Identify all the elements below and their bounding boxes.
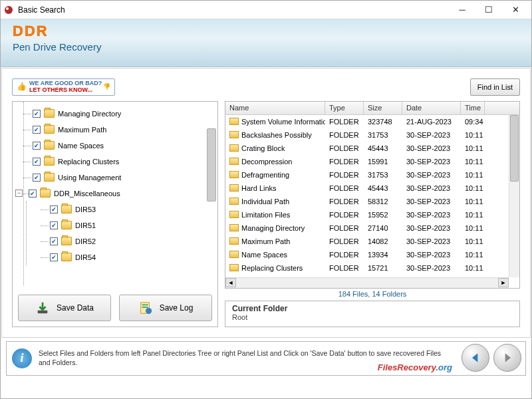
tree-item[interactable]: ✔DIR52 <box>50 233 217 249</box>
checkbox-icon[interactable]: ✔ <box>33 174 41 182</box>
checkbox-icon[interactable]: ✔ <box>50 237 58 245</box>
file-grid[interactable]: Name Type Size Date Time System Volume I… <box>225 101 520 289</box>
brand-subtitle: Pen Drive Recovery <box>13 41 519 53</box>
app-icon <box>3 5 14 15</box>
folder-icon <box>44 173 55 182</box>
folder-icon <box>229 251 239 258</box>
tree-item[interactable]: ✔Using Management <box>33 170 217 186</box>
table-row[interactable]: System Volume InformationFOLDER32374821-… <box>225 115 519 128</box>
tree-item[interactable]: ✔DIR54 <box>50 249 217 265</box>
status-summary: 184 Files, 14 Folders <box>225 289 520 299</box>
feedback-line1: WE ARE GOOD OR BAD? <box>29 80 102 86</box>
folder-icon <box>44 109 55 118</box>
tree-item[interactable]: ✔Managing Directory <box>33 106 217 122</box>
folder-icon <box>229 118 239 125</box>
table-row[interactable]: Name SpacesFOLDER1393430-SEP-202310:11 <box>225 248 519 261</box>
table-row[interactable]: Hard LinksFOLDER4544330-SEP-202310:11 <box>225 182 519 195</box>
svg-point-0 <box>5 6 13 14</box>
close-button[interactable]: ✕ <box>502 1 529 19</box>
col-size[interactable]: Size <box>364 102 402 114</box>
svg-rect-4 <box>142 304 148 305</box>
tree-scrollbar[interactable] <box>207 128 216 201</box>
checkbox-icon[interactable]: ✔ <box>33 142 41 150</box>
svg-rect-2 <box>38 310 48 313</box>
grid-header: Name Type Size Date Time <box>225 102 519 115</box>
table-row[interactable]: Managing DirectoryFOLDER2714030-SEP-2023… <box>225 221 519 235</box>
tree-item[interactable]: ✔DIR51 <box>50 217 217 233</box>
thumbs-down-icon: 👎 <box>103 84 110 90</box>
table-row[interactable]: DefragmentingFOLDER3175330-SEP-202310:11 <box>225 168 519 182</box>
table-row[interactable]: Limitation FilesFOLDER1595230-SEP-202310… <box>225 208 519 221</box>
checkbox-icon[interactable]: ✔ <box>33 110 41 118</box>
collapse-icon[interactable]: − <box>15 190 23 197</box>
table-row[interactable]: Crating BlockFOLDER4544330-SEP-202310:11 <box>225 142 519 155</box>
folder-icon <box>229 211 239 218</box>
folder-icon <box>229 184 239 192</box>
col-name[interactable]: Name <box>225 102 325 114</box>
folder-icon <box>44 157 55 166</box>
save-log-icon <box>138 301 153 315</box>
banner: DDR Pen Drive Recovery <box>1 19 531 67</box>
folder-icon <box>61 253 72 261</box>
tree-item[interactable]: ✔Replacing Clusters <box>33 154 217 170</box>
find-in-list-button[interactable]: Find in List <box>470 78 520 96</box>
info-icon: i <box>12 348 32 368</box>
svg-rect-5 <box>142 307 148 308</box>
col-time[interactable]: Time <box>461 102 485 114</box>
folder-icon <box>229 144 239 152</box>
tree-item[interactable]: ✔Maximum Path <box>33 122 217 138</box>
window-title: Basic Search <box>18 5 449 15</box>
folder-icon <box>40 189 51 198</box>
table-row[interactable]: Maximum PathFOLDER1408230-SEP-202310:11 <box>225 235 519 248</box>
folder-icon <box>229 131 239 138</box>
footer-hint: i Select Files and Folders from left Pan… <box>6 341 526 376</box>
folder-icon <box>61 237 72 245</box>
save-data-button[interactable]: Save Data <box>18 295 111 321</box>
scroll-right-icon[interactable]: ► <box>498 278 509 287</box>
tree-item-expandable[interactable]: −✔DDR_Miscellaneous <box>33 186 217 201</box>
folder-icon <box>61 221 72 229</box>
nav-back-button[interactable] <box>462 344 489 372</box>
folder-icon <box>229 264 239 271</box>
checkbox-icon[interactable]: ✔ <box>33 158 41 166</box>
footer-logo: FilesRecovery.org <box>378 362 452 372</box>
feedback-line2: LET OTHERS KNOW... <box>29 86 92 93</box>
checkbox-icon[interactable]: ✔ <box>33 126 41 134</box>
nav-forward-button[interactable] <box>493 344 521 372</box>
checkbox-icon[interactable]: ✔ <box>50 253 58 261</box>
svg-point-6 <box>146 308 152 314</box>
folder-icon <box>229 198 239 205</box>
col-date[interactable]: Date <box>402 102 461 114</box>
folder-icon <box>229 171 239 178</box>
thumbs-up-icon: 👍 <box>17 82 27 91</box>
checkbox-icon[interactable]: ✔ <box>50 205 58 213</box>
current-folder-box: Current Folder Root <box>225 301 520 327</box>
table-row[interactable]: DecompressionFOLDER1599130-SEP-202310:11 <box>225 155 519 168</box>
folder-icon <box>44 125 55 134</box>
svg-point-1 <box>6 7 9 10</box>
table-row[interactable]: Replacing ClustersFOLDER1572130-SEP-2023… <box>225 261 519 275</box>
feedback-banner[interactable]: 👍 WE ARE GOOD OR BAD? LET OTHERS KNOW...… <box>12 78 115 96</box>
folder-icon <box>61 205 72 213</box>
current-folder-label: Current Folder <box>232 304 513 313</box>
scroll-left-icon[interactable]: ◄ <box>225 278 236 287</box>
checkbox-icon[interactable]: ✔ <box>29 190 37 198</box>
tree-item[interactable]: ✔DIR53 <box>50 201 217 217</box>
title-bar: Basic Search ─ ☐ ✕ <box>1 1 531 19</box>
folder-icon <box>229 224 239 231</box>
maximize-button[interactable]: ☐ <box>475 1 502 19</box>
tree-item[interactable]: ✔Name Spaces <box>33 138 217 154</box>
folder-icon <box>229 158 239 165</box>
save-log-button[interactable]: Save Log <box>119 295 212 321</box>
grid-hscroll[interactable]: ◄► <box>225 277 509 288</box>
directory-tree[interactable]: ✔Managing Directory ✔Maximum Path ✔Name … <box>13 102 217 285</box>
checkbox-icon[interactable]: ✔ <box>50 221 58 229</box>
grid-vscroll[interactable] <box>509 115 519 277</box>
minimize-button[interactable]: ─ <box>449 1 475 19</box>
folder-icon <box>44 141 55 150</box>
brand-logo: DDR <box>13 23 519 40</box>
col-type[interactable]: Type <box>325 102 364 114</box>
table-row[interactable]: Backslashes PossiblyFOLDER3175330-SEP-20… <box>225 128 519 142</box>
save-data-icon <box>35 301 50 315</box>
table-row[interactable]: Individual PathFOLDER5831230-SEP-202310:… <box>225 195 519 208</box>
